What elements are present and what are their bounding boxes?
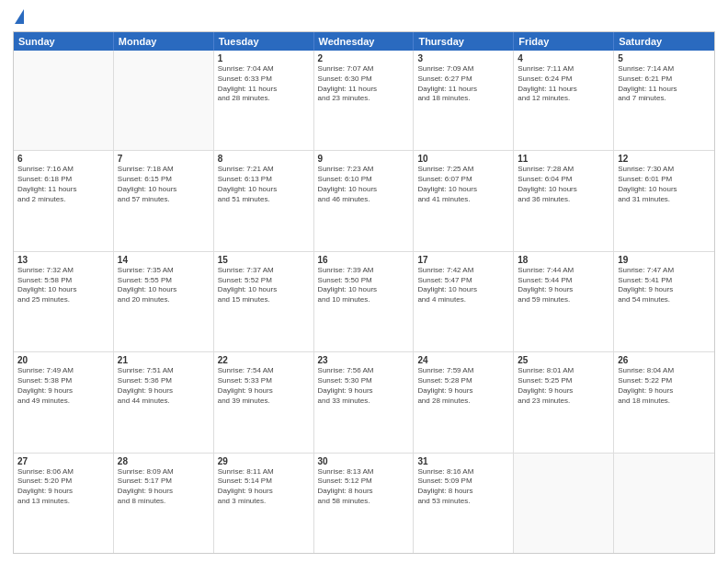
cell-line: Daylight: 9 hours (17, 487, 109, 497)
calendar-cell: 31Sunrise: 8:16 AMSunset: 5:09 PMDayligh… (414, 454, 514, 553)
calendar-cell: 8Sunrise: 7:21 AMSunset: 6:13 PMDaylight… (214, 151, 314, 250)
cell-line: and 18 minutes. (417, 94, 509, 104)
cell-line: Daylight: 9 hours (618, 285, 711, 295)
cell-line: Daylight: 10 hours (417, 185, 509, 195)
calendar-header: SundayMondayTuesdayWednesdayThursdayFrid… (14, 32, 714, 51)
day-number: 21 (118, 355, 210, 365)
cell-line: Daylight: 10 hours (218, 285, 310, 295)
logo (13, 9, 24, 26)
cell-line: and 28 minutes. (218, 94, 310, 104)
cell-line: Sunset: 6:21 PM (618, 75, 711, 85)
cell-line: and 15 minutes. (218, 295, 310, 305)
cell-line: Sunrise: 8:04 AM (618, 366, 711, 376)
cell-line: Daylight: 11 hours (417, 85, 509, 95)
calendar-cell: 11Sunrise: 7:28 AMSunset: 6:04 PMDayligh… (514, 151, 614, 250)
cell-line: Sunrise: 7:28 AM (518, 165, 609, 175)
day-number: 23 (318, 355, 410, 365)
day-number: 20 (17, 355, 109, 365)
cell-line: Sunset: 5:44 PM (518, 276, 609, 286)
cell-line: Sunrise: 7:25 AM (417, 165, 509, 175)
cell-line: and 31 minutes. (618, 195, 711, 205)
cell-line: Sunrise: 7:42 AM (417, 266, 509, 276)
cell-line: and 57 minutes. (118, 195, 210, 205)
cell-line: Daylight: 10 hours (417, 285, 509, 295)
cell-line: Sunrise: 7:30 AM (618, 165, 711, 175)
day-number: 6 (17, 154, 109, 164)
cell-line: and 20 minutes. (118, 295, 210, 305)
day-number: 9 (318, 154, 410, 164)
cell-line: Daylight: 10 hours (318, 285, 410, 295)
cell-line: Sunset: 5:14 PM (218, 477, 310, 487)
cell-line: Daylight: 9 hours (118, 487, 210, 497)
cell-line: and 59 minutes. (518, 295, 609, 305)
calendar-cell (614, 454, 714, 553)
day-number: 14 (118, 255, 210, 265)
calendar-cell: 1Sunrise: 7:04 AMSunset: 6:33 PMDaylight… (214, 51, 314, 150)
cell-line: Daylight: 10 hours (518, 185, 609, 195)
cell-line: Daylight: 11 hours (318, 85, 410, 95)
cell-line: Sunrise: 7:14 AM (618, 64, 711, 75)
calendar-cell: 25Sunrise: 8:01 AMSunset: 5:25 PMDayligh… (514, 352, 614, 452)
cell-line: Daylight: 10 hours (17, 285, 109, 295)
day-number: 27 (17, 456, 109, 466)
calendar-cell: 30Sunrise: 8:13 AMSunset: 5:12 PMDayligh… (314, 454, 415, 553)
calendar-cell (514, 454, 614, 553)
cell-line: Daylight: 11 hours (17, 185, 109, 195)
calendar-cell: 24Sunrise: 7:59 AMSunset: 5:28 PMDayligh… (414, 352, 514, 452)
cell-line: Sunset: 5:36 PM (118, 376, 210, 386)
day-number: 16 (318, 255, 410, 265)
cell-line: Sunrise: 8:01 AM (518, 366, 609, 376)
calendar-cell: 6Sunrise: 7:16 AMSunset: 6:18 PMDaylight… (14, 151, 114, 250)
logo-triangle-icon (15, 9, 24, 24)
cell-line: Sunset: 6:13 PM (218, 175, 310, 185)
calendar-cell: 21Sunrise: 7:51 AMSunset: 5:36 PMDayligh… (114, 352, 214, 452)
header (13, 9, 715, 26)
calendar-row: 13Sunrise: 7:32 AMSunset: 5:58 PMDayligh… (14, 252, 714, 352)
cell-line: Sunrise: 7:37 AM (218, 266, 310, 276)
cell-line: Sunset: 6:18 PM (17, 175, 109, 185)
cell-line: and 41 minutes. (417, 195, 509, 205)
cell-line: Sunset: 5:58 PM (17, 276, 109, 286)
cell-line: Sunset: 6:07 PM (417, 175, 509, 185)
weekday-header: Friday (514, 32, 614, 51)
cell-line: Sunset: 5:52 PM (218, 276, 310, 286)
cell-line: Daylight: 9 hours (118, 386, 210, 396)
cell-line: Sunrise: 7:54 AM (218, 366, 310, 376)
cell-line: Sunset: 6:04 PM (518, 175, 609, 185)
cell-line: Sunrise: 7:23 AM (318, 165, 410, 175)
cell-line: Sunrise: 8:06 AM (17, 467, 109, 477)
calendar-cell: 7Sunrise: 7:18 AMSunset: 6:15 PMDaylight… (114, 151, 214, 250)
cell-line: and 33 minutes. (318, 396, 410, 407)
cell-line: Daylight: 10 hours (218, 185, 310, 195)
day-number: 3 (417, 53, 509, 63)
weekday-header: Tuesday (214, 32, 314, 51)
calendar-cell: 14Sunrise: 7:35 AMSunset: 5:55 PMDayligh… (114, 252, 214, 351)
day-number: 28 (118, 456, 210, 466)
calendar-cell: 27Sunrise: 8:06 AMSunset: 5:20 PMDayligh… (14, 454, 114, 553)
weekday-header: Sunday (14, 32, 114, 51)
cell-line: Sunset: 5:55 PM (118, 276, 210, 286)
cell-line: Sunset: 5:25 PM (518, 376, 609, 386)
weekday-header: Wednesday (314, 32, 415, 51)
calendar-cell: 19Sunrise: 7:47 AMSunset: 5:41 PMDayligh… (614, 252, 714, 351)
cell-line: and 58 minutes. (318, 497, 410, 507)
cell-line: Sunrise: 7:44 AM (518, 266, 609, 276)
cell-line: and 25 minutes. (17, 295, 109, 305)
cell-line: Sunrise: 7:56 AM (318, 366, 410, 376)
cell-line: Sunrise: 7:39 AM (318, 266, 410, 276)
cell-line: Sunrise: 7:47 AM (618, 266, 711, 276)
cell-line: Sunrise: 7:18 AM (118, 165, 210, 175)
calendar-cell: 17Sunrise: 7:42 AMSunset: 5:47 PMDayligh… (414, 252, 514, 351)
weekday-header: Saturday (614, 32, 714, 51)
day-number: 25 (518, 355, 609, 365)
calendar-cell: 28Sunrise: 8:09 AMSunset: 5:17 PMDayligh… (114, 454, 214, 553)
cell-line: Sunrise: 7:51 AM (118, 366, 210, 376)
calendar-cell: 18Sunrise: 7:44 AMSunset: 5:44 PMDayligh… (514, 252, 614, 351)
cell-line: Sunrise: 8:11 AM (218, 467, 310, 477)
calendar-cell: 4Sunrise: 7:11 AMSunset: 6:24 PMDaylight… (514, 51, 614, 150)
cell-line: and 13 minutes. (17, 497, 109, 507)
cell-line: and 53 minutes. (417, 497, 509, 507)
cell-line: Sunrise: 7:49 AM (17, 366, 109, 376)
day-number: 12 (618, 154, 711, 164)
day-number: 13 (17, 255, 109, 265)
